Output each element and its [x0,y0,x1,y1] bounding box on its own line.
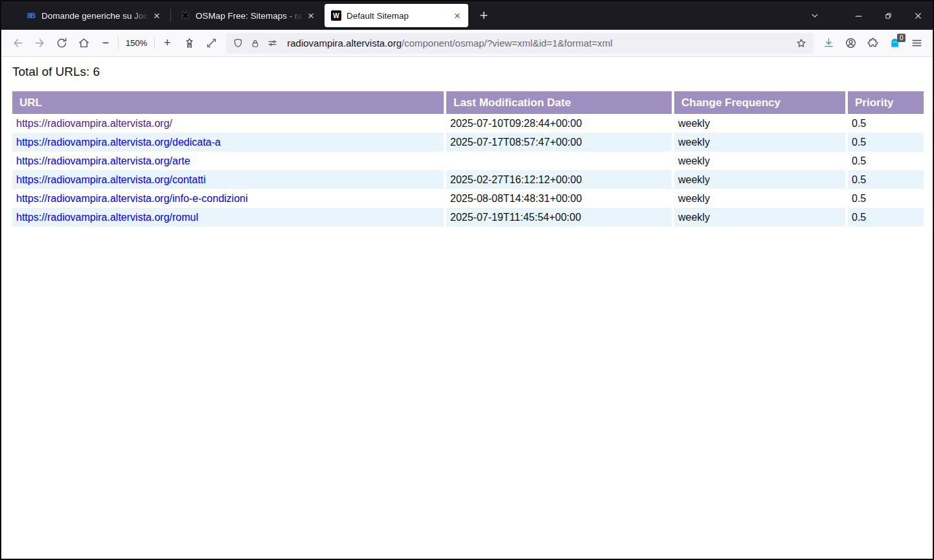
zoom-level-indicator[interactable]: 150% [120,38,153,48]
tab-title: Domande generiche su Joo [41,11,151,21]
changefreq-cell: weekly [674,151,845,170]
changefreq-cell: weekly [674,133,845,151]
table-row: https://radiovampira.altervista.org/ 202… [12,114,924,133]
url-host: radiovampira.altervista.org [287,38,402,49]
address-bar[interactable]: radiovampira.altervista.org/component/os… [226,33,814,54]
page-content: Total of URLs: 6 URL Last Modification D… [1,57,933,559]
separator [154,37,155,49]
downloads-button[interactable] [817,33,839,54]
sitemap-url-link[interactable]: https://radiovampira.altervista.org/ [16,118,172,129]
fullscreen-button[interactable] [200,33,222,54]
url-path: /component/osmap/?view=xml&id=1&format=x… [402,38,613,49]
home-icon [78,37,90,49]
extensions-button[interactable] [861,33,883,54]
ghostery-extension-button[interactable]: 0 [883,33,906,54]
priority-cell: 0.5 [848,189,924,208]
sitemap-url-link[interactable]: https://radiovampira.altervista.org/info… [16,193,248,204]
minus-icon: − [102,36,109,50]
account-button[interactable] [839,33,861,54]
sitemap-url-link[interactable]: https://radiovampira.altervista.org/romu… [16,212,198,223]
list-all-tabs-button[interactable] [804,5,825,27]
bookmark-star-ribbon-button[interactable] [178,33,200,54]
tab-separator [170,9,171,22]
star-icon [795,38,807,49]
forward-button[interactable] [28,33,51,54]
close-tab-icon[interactable]: × [451,10,463,22]
lastmod-cell: 2025-02-27T16:12:12+00:00 [446,170,672,189]
reload-icon [56,37,68,49]
close-tab-icon[interactable]: × [305,10,317,22]
restore-button[interactable] [873,1,903,30]
changefreq-cell: weekly [674,189,845,208]
tab-title: OSMap Free: Sitemaps - ra [196,11,305,21]
lastmod-cell: 2025-07-19T11:45:54+00:00 [446,208,672,227]
menu-button[interactable] [906,33,928,54]
tracking-protection-shield-icon[interactable] [233,38,244,49]
column-header-lastmod: Last Modification Date [446,91,672,114]
separator [118,37,119,49]
browser-window: 8B Domande generiche su Joo × ✖ OSMap Fr… [0,0,934,560]
lastmod-cell [446,151,672,170]
table-row: https://radiovampira.altervista.org/cont… [12,170,924,189]
new-tab-button[interactable]: + [473,5,494,26]
priority-cell: 0.5 [848,114,924,133]
extension-badge: 0 [897,34,906,42]
priority-cell: 0.5 [848,170,924,189]
back-button[interactable] [6,33,28,54]
tab-default-sitemap[interactable]: W Default Sitemap × [325,4,468,27]
table-row: https://radiovampira.altervista.org/arte… [12,151,924,170]
zoom-in-button[interactable]: + [156,33,178,54]
changefreq-cell: weekly [674,170,845,189]
lastmod-cell: 2025-07-10T09:28:44+00:00 [446,114,672,133]
reload-button[interactable] [51,33,73,54]
star-ribbon-icon [183,37,196,49]
chevron-down-icon [810,10,820,21]
joomla-favicon: ✖ [180,10,190,21]
priority-cell: 0.5 [848,208,924,227]
zoom-out-button[interactable]: − [95,33,117,54]
bookmark-page-button[interactable] [795,38,807,49]
column-header-url: URL [12,91,444,114]
table-row: https://radiovampira.altervista.org/dedi… [12,133,924,151]
minimize-icon [854,11,863,21]
priority-cell: 0.5 [848,133,924,151]
total-urls-label: Total of URLs: 6 [12,65,100,79]
diagonal-arrows-icon [205,37,218,49]
column-header-priority: Priority [848,91,924,114]
tab-title: Default Sitemap [347,11,451,21]
table-header-row: URL Last Modification Date Change Freque… [12,91,924,114]
table-row: https://radiovampira.altervista.org/romu… [12,208,924,227]
tab-bar: 8B Domande generiche su Joo × ✖ OSMap Fr… [1,1,933,30]
permissions-sliders-icon[interactable] [267,38,278,49]
column-header-changefreq: Change Frequency [674,91,845,114]
puzzle-piece-icon [867,37,879,49]
close-window-button[interactable] [903,1,933,30]
close-icon [913,11,923,21]
lock-icon[interactable] [250,38,260,49]
hamburger-menu-icon [911,37,923,49]
sitemap-table: URL Last Modification Date Change Freque… [10,91,926,227]
table-row: https://radiovampira.altervista.org/info… [12,189,924,208]
close-tab-icon[interactable]: × [151,10,163,22]
priority-cell: 0.5 [848,151,924,170]
sitemap-url-link[interactable]: https://radiovampira.altervista.org/arte [16,155,190,166]
changefreq-cell: weekly [674,208,845,227]
url-text[interactable]: radiovampira.altervista.org/component/os… [287,38,612,49]
back-arrow-icon [12,37,24,49]
account-icon [845,37,857,49]
plus-icon: + [164,36,171,50]
site-favicon: W [331,10,341,21]
phpbb-favicon: 8B [26,10,36,21]
tab-domande-generiche[interactable]: 8B Domande generiche su Joo × [19,4,168,27]
lastmod-cell: 2025-08-08T14:48:31+00:00 [446,189,672,208]
changefreq-cell: weekly [674,114,845,133]
forward-arrow-icon [34,37,46,49]
sitemap-url-link[interactable]: https://radiovampira.altervista.org/dedi… [16,137,221,148]
minimize-button[interactable] [843,1,873,30]
sitemap-url-link[interactable]: https://radiovampira.altervista.org/cont… [16,174,206,185]
navigation-toolbar: − 150% + radiovampira.altervista.org/com… [1,30,933,57]
home-button[interactable] [73,33,95,54]
download-icon [823,37,835,49]
tab-osmap-free[interactable]: ✖ OSMap Free: Sitemaps - ra × [174,4,322,27]
lastmod-cell: 2025-07-17T08:57:47+00:00 [446,133,672,151]
